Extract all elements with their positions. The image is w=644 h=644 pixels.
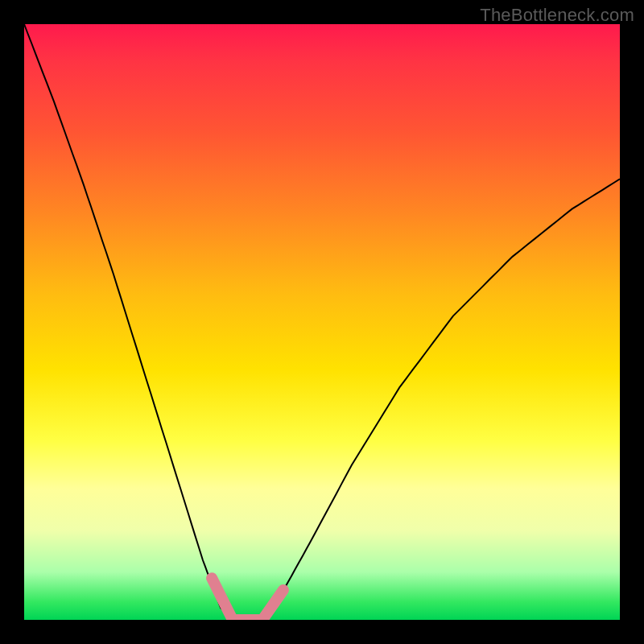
right-branch-curve bbox=[262, 179, 620, 620]
chart-background bbox=[24, 24, 620, 620]
chart-svg bbox=[24, 24, 620, 620]
left-branch-curve bbox=[24, 24, 233, 620]
curve-group bbox=[24, 24, 620, 620]
watermark-text: TheBottleneck.com bbox=[480, 5, 634, 26]
minimum-marker-overlay bbox=[212, 578, 283, 620]
